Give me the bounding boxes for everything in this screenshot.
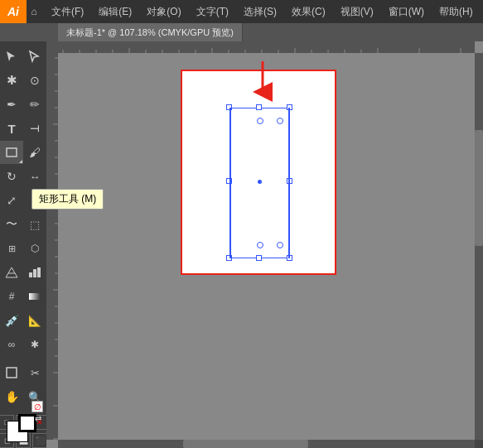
handle-bc[interactable]	[256, 255, 262, 261]
live-paint-tool[interactable]: ⬡	[23, 237, 46, 260]
vertical-type-tool[interactable]: T	[23, 117, 46, 140]
menu-view[interactable]: 视图(V)	[334, 0, 380, 23]
selection-tool[interactable]	[0, 45, 23, 68]
tool-row-14: ✂	[0, 361, 46, 384]
horizontal-scrollbar[interactable]	[58, 440, 475, 448]
eyedropper-tool[interactable]: 💉	[0, 309, 23, 332]
main-area: ✱ ⊙ ✒ ✏ T T 🖌 ↻ ↔ ⤢ ⊿	[0, 41, 483, 448]
scale-tool[interactable]: ⤢	[0, 189, 23, 212]
perspective-grid-tool[interactable]	[0, 261, 23, 284]
free-transform-tool[interactable]: ⬚	[23, 213, 46, 236]
svg-rect-3	[33, 269, 36, 277]
anchor-top-2	[277, 118, 283, 124]
home-icon: ⌂	[27, 0, 41, 23]
menu-bar: Ai ⌂ 文件(F) 编辑(E) 对象(O) 文字(T) 选择(S) 效果(C)…	[0, 0, 483, 23]
menu-type[interactable]: 文字(T)	[190, 0, 235, 23]
canvas-area	[46, 41, 483, 448]
draw-outside-icon[interactable]: ⬛	[32, 433, 47, 448]
svg-rect-0	[7, 148, 17, 157]
tool-row-2: ✱ ⊙	[0, 69, 46, 92]
svg-rect-2	[29, 272, 32, 277]
pen-tool[interactable]: ✒	[0, 93, 23, 116]
horizontal-ruler	[46, 41, 475, 53]
tool-row-4: T T	[0, 117, 46, 140]
vertical-scrollbar[interactable]	[475, 53, 483, 440]
document-tab[interactable]: 未标题-1* @ 107.18% (CMYK/GPU 预览)	[58, 23, 243, 41]
tool-row-1	[0, 45, 46, 68]
rotate-tool[interactable]: ↻	[0, 165, 23, 188]
canvas-content	[58, 53, 475, 440]
column-guide-right	[288, 108, 290, 258]
measure-tool[interactable]: 📐	[23, 309, 46, 332]
swap-colors-icon[interactable]: ⇄	[35, 414, 41, 423]
svg-rect-4	[37, 267, 41, 277]
tab-bar: 未标题-1* @ 107.18% (CMYK/GPU 预览)	[0, 23, 483, 41]
svg-rect-6	[7, 368, 17, 378]
tool-row-8: 〜 ⬚	[0, 213, 46, 236]
rectangle-tool-tooltip: 矩形工具 (M)	[31, 189, 104, 210]
tool-row-10	[0, 261, 46, 284]
blend-tool[interactable]: ∞	[0, 333, 23, 356]
add-anchor-tool[interactable]: ✏	[23, 93, 46, 116]
none-color-box[interactable]: ∅	[31, 401, 43, 412]
menu-object[interactable]: 对象(O)	[140, 0, 187, 23]
column-guide-left	[229, 108, 231, 258]
anchor-bottom-1	[257, 242, 263, 248]
menu-items: 文件(F) 编辑(E) 对象(O) 文字(T) 选择(S) 效果(C) 视图(V…	[41, 0, 480, 23]
h-scroll-thumb[interactable]	[183, 440, 308, 448]
svg-rect-5	[29, 293, 41, 300]
menu-edit[interactable]: 编辑(E)	[92, 0, 138, 23]
stroke-color-box[interactable]	[18, 414, 36, 432]
mesh-tool[interactable]: #	[0, 285, 23, 308]
handle-tc[interactable]	[256, 104, 262, 110]
anchor-top-1	[257, 118, 263, 124]
hand-tool[interactable]: ✋	[0, 385, 23, 408]
tool-row-6: ↻ ↔	[0, 165, 46, 188]
tool-row-12: 💉 📐	[0, 309, 46, 332]
svg-rect-8	[46, 41, 475, 53]
rectangle-tool[interactable]	[0, 141, 23, 164]
type-tool[interactable]: T	[0, 117, 23, 140]
menu-select[interactable]: 选择(S)	[237, 0, 283, 23]
center-point	[258, 180, 262, 184]
menu-window[interactable]: 窗口(W)	[382, 0, 431, 23]
menu-file[interactable]: 文件(F)	[45, 0, 90, 23]
vertical-ruler	[46, 41, 58, 440]
lasso-tool[interactable]: ⊙	[23, 69, 46, 92]
slice-tool[interactable]: ✂	[23, 361, 46, 384]
tool-row-9: ⊞ ⬡	[0, 237, 46, 260]
tool-row-11: #	[0, 285, 46, 308]
menu-effect[interactable]: 效果(C)	[285, 0, 332, 23]
reflect-tool[interactable]: ↔	[23, 165, 46, 188]
menu-help[interactable]: 帮助(H)	[432, 0, 480, 23]
bar-chart-tool[interactable]	[23, 261, 46, 284]
red-arrow	[242, 57, 283, 103]
v-scroll-thumb[interactable]	[475, 130, 483, 246]
tool-row-3: ✒ ✏	[0, 93, 46, 116]
gradient-tool[interactable]	[23, 285, 46, 308]
anchor-bottom-2	[277, 242, 283, 248]
toolbar: ✱ ⊙ ✒ ✏ T T 🖌 ↻ ↔ ⤢ ⊿	[0, 41, 46, 448]
warp-tool[interactable]: 〜	[0, 213, 23, 236]
artboard-tool[interactable]	[0, 361, 23, 384]
direct-selection-tool[interactable]	[23, 45, 46, 68]
ai-logo: Ai	[0, 0, 27, 23]
paintbrush-tool[interactable]: 🖌	[23, 141, 46, 164]
scrollbar-corner	[475, 440, 483, 448]
tool-row-5: 🖌	[0, 141, 46, 164]
symbol-sprayer-tool[interactable]: ✱	[23, 333, 46, 356]
magic-wand-tool[interactable]: ✱	[0, 69, 23, 92]
tool-row-13: ∞ ✱	[0, 333, 46, 356]
shape-builder-tool[interactable]: ⊞	[0, 237, 23, 260]
